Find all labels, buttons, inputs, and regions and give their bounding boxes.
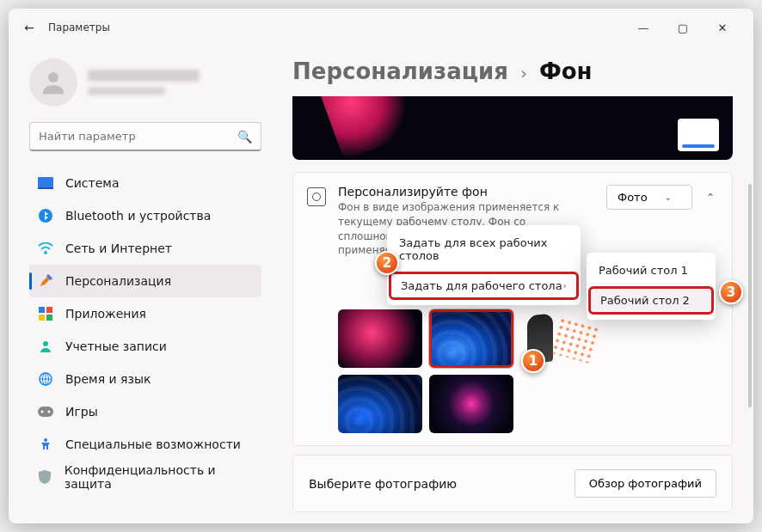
browse-photos-button[interactable]: Обзор фотографий — [575, 469, 716, 498]
maximize-button[interactable]: ▢ — [671, 15, 695, 40]
ctx-label: Задать для рабочего стола — [401, 279, 562, 292]
svg-rect-8 — [46, 315, 52, 321]
submenu-desktop-1[interactable]: Рабочий стол 1 — [587, 256, 716, 284]
shield-icon — [38, 469, 52, 485]
sidebar: 🔍 Система Bluetooth и устройства Сеть и … — [9, 46, 275, 523]
picture-icon — [307, 187, 326, 206]
background-type-dropdown[interactable]: Фото ⌄ — [606, 185, 692, 210]
ctx-label: Задать для всех рабочих столов — [399, 236, 568, 262]
preview-art — [315, 96, 425, 160]
svg-point-13 — [41, 411, 44, 413]
brush-icon — [38, 273, 53, 289]
nav-label: Время и язык — [65, 372, 151, 386]
svg-point-9 — [43, 341, 48, 346]
wifi-icon — [38, 241, 53, 256]
expand-toggle[interactable]: ⌃ — [703, 188, 718, 207]
nav-personalization[interactable]: Персонализация — [29, 265, 261, 297]
svg-rect-6 — [46, 307, 52, 313]
profile-block[interactable] — [29, 46, 261, 122]
context-submenu: Рабочий стол 1 Рабочий стол 2 — [587, 253, 716, 320]
profile-name-blur — [88, 70, 200, 82]
dropdown-value: Фото — [618, 191, 648, 204]
back-button[interactable]: ← — [17, 15, 41, 40]
breadcrumb-parent[interactable]: Персонализация — [292, 58, 508, 84]
nav-label: Конфиденциальность и защита — [65, 463, 253, 491]
nav-time[interactable]: Время и язык — [29, 363, 261, 395]
chevron-down-icon: ⌄ — [665, 193, 672, 202]
annotation-2: 2 — [375, 251, 399, 275]
nav-label: Персонализация — [65, 274, 171, 288]
nav-apps[interactable]: Приложения — [29, 297, 261, 330]
profile-info — [88, 70, 261, 95]
nav-bluetooth[interactable]: Bluetooth и устройства — [29, 199, 261, 232]
globe-icon — [38, 371, 53, 387]
nav-system[interactable]: Система — [29, 167, 261, 199]
close-button[interactable]: ✕ — [710, 15, 734, 40]
nav-privacy[interactable]: Конфиденциальность и защита — [29, 461, 261, 493]
settings-window: ← Параметры — ▢ ✕ 🔍 — [9, 9, 753, 523]
nav-label: Сеть и Интернет — [65, 242, 172, 255]
search-input[interactable] — [39, 130, 237, 143]
avatar — [29, 58, 77, 107]
svg-point-4 — [44, 251, 47, 254]
bluetooth-icon — [38, 208, 53, 223]
minimize-button[interactable]: — — [631, 15, 655, 40]
card-title: Персонализируйте фон — [338, 185, 594, 199]
svg-point-14 — [48, 411, 51, 413]
window-controls: — ▢ ✕ — [631, 15, 745, 40]
svg-rect-5 — [39, 307, 45, 313]
svg-rect-2 — [38, 187, 53, 189]
nav-label: Приложения — [65, 307, 146, 321]
svg-rect-7 — [39, 315, 45, 321]
wallpaper-thumb-5[interactable] — [429, 375, 513, 433]
desktop-preview — [292, 96, 733, 160]
nav-label: Bluetooth и устройства — [65, 209, 211, 223]
search-box[interactable]: 🔍 — [29, 122, 261, 151]
search-icon: 🔍 — [237, 130, 252, 144]
preview-taskbar — [678, 119, 719, 151]
person-icon — [38, 339, 53, 354]
wallpaper-thumb-1[interactable] — [338, 309, 422, 368]
ctx-set-all-desktops[interactable]: Задать для всех рабочих столов — [387, 229, 581, 270]
svg-point-15 — [44, 438, 47, 442]
accessibility-icon — [38, 437, 53, 452]
svg-rect-12 — [38, 407, 53, 417]
scrollbar[interactable] — [748, 184, 752, 407]
game-icon — [38, 404, 53, 419]
profile-email-blur — [88, 87, 165, 95]
card-controls: Фото ⌄ ⌃ — [606, 185, 718, 210]
nav-label: Учетные записи — [65, 339, 167, 353]
submenu-desktop-2[interactable]: Рабочий стол 2 — [588, 286, 714, 315]
nav-label: Система — [65, 176, 119, 190]
svg-point-0 — [48, 72, 58, 83]
svg-rect-1 — [38, 177, 53, 187]
nav-accounts[interactable]: Учетные записи — [29, 330, 261, 363]
window-title: Параметры — [48, 21, 110, 34]
ctx-set-desktop[interactable]: Задать для рабочего стола › — [389, 272, 579, 300]
nav-accessibility[interactable]: Специальные возможности — [29, 428, 261, 461]
breadcrumb: Персонализация › Фон — [292, 58, 733, 84]
wallpaper-thumb-4[interactable] — [338, 375, 422, 433]
apps-icon — [38, 306, 53, 321]
titlebar: ← Параметры — ▢ ✕ — [9, 9, 753, 46]
nav-gaming[interactable]: Игры — [29, 395, 261, 428]
breadcrumb-current: Фон — [539, 58, 593, 84]
nav-label: Игры — [65, 405, 98, 419]
svg-point-3 — [39, 209, 52, 223]
nav-network[interactable]: Сеть и Интернет — [29, 232, 261, 265]
nav-list: Система Bluetooth и устройства Сеть и Ин… — [29, 167, 261, 493]
context-menu: Задать для всех рабочих столов Задать дл… — [387, 225, 581, 305]
system-icon — [38, 175, 53, 191]
breadcrumb-separator: › — [520, 63, 527, 83]
choose-photo-card: Выберите фотографию Обзор фотографий — [292, 455, 733, 512]
wallpaper-thumb-2-selected[interactable] — [429, 309, 513, 368]
annotation-1: 1 — [521, 349, 545, 373]
annotation-3: 3 — [719, 280, 743, 304]
nav-label: Специальные возможности — [65, 437, 241, 451]
choose-photo-title: Выберите фотографию — [309, 477, 457, 491]
chevron-right-icon: › — [563, 280, 567, 291]
